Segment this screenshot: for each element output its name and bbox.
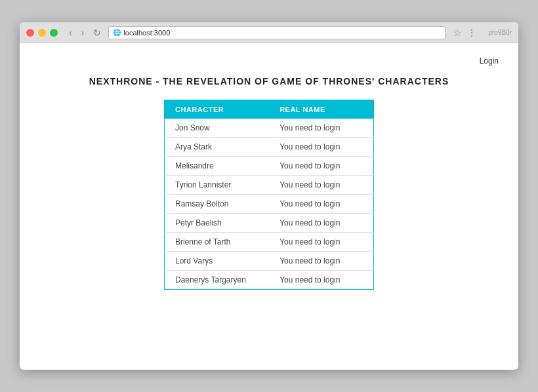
url-icon: 🌐	[113, 29, 121, 36]
cell-real-name: You need to login	[269, 233, 373, 252]
browser-window: ‹ › ↻ 🌐 localhost:3000 ☆ ⋮ pro9B0r Login…	[20, 22, 518, 370]
table-row: Daenerys TargaryenYou need to login	[165, 271, 374, 290]
cell-real-name: You need to login	[269, 252, 373, 271]
characters-table: CHARACTER REAL NAME Jon SnowYou need to …	[164, 100, 374, 290]
url-bar[interactable]: 🌐 localhost:3000	[108, 26, 445, 39]
column-header-character: CHARACTER	[165, 100, 270, 119]
menu-icon[interactable]: ⋮	[467, 28, 476, 38]
login-area: Login	[39, 56, 499, 66]
table-row: Tyrion LannisterYou need to login	[165, 176, 374, 195]
table-header-row: CHARACTER REAL NAME	[165, 100, 374, 119]
bookmark-icon[interactable]: ☆	[453, 28, 462, 38]
table-row: Ramsay BoltonYou need to login	[165, 195, 374, 214]
cell-character: Melisandre	[165, 157, 270, 176]
cell-real-name: You need to login	[269, 195, 373, 214]
table-row: Jon SnowYou need to login	[165, 119, 374, 138]
cell-character: Petyr Baelish	[165, 214, 270, 233]
cell-real-name: You need to login	[269, 176, 373, 195]
cell-character: Lord Varys	[165, 252, 270, 271]
cell-character: Jon Snow	[165, 119, 270, 138]
cell-real-name: You need to login	[269, 271, 373, 290]
table-row: Brienne of TarthYou need to login	[165, 233, 374, 252]
forward-button[interactable]: ›	[79, 26, 87, 39]
cell-character: Brienne of Tarth	[165, 233, 270, 252]
url-text: localhost:3000	[123, 29, 170, 37]
cell-character: Daenerys Targaryen	[165, 271, 270, 290]
cell-character: Tyrion Lannister	[165, 176, 270, 195]
cell-real-name: You need to login	[269, 138, 373, 157]
cell-character: Arya Stark	[165, 138, 270, 157]
table-row: Petyr BaelishYou need to login	[165, 214, 374, 233]
close-button[interactable]	[26, 29, 34, 37]
table-row: Lord VarysYou need to login	[165, 252, 374, 271]
maximize-button[interactable]	[50, 29, 58, 37]
browser-content: Login NEXTHRONE - THE REVELATION OF GAME…	[20, 43, 518, 370]
browser-title-right: pro9B0r	[488, 29, 512, 36]
minimize-button[interactable]	[38, 29, 46, 37]
cell-real-name: You need to login	[269, 157, 373, 176]
table-row: Arya StarkYou need to login	[165, 138, 374, 157]
cell-real-name: You need to login	[269, 214, 373, 233]
table-row: MelisandreYou need to login	[165, 157, 374, 176]
login-link[interactable]: Login	[480, 56, 499, 66]
title-bar: ‹ › ↻ 🌐 localhost:3000 ☆ ⋮ pro9B0r	[20, 22, 518, 43]
url-bar-container: ‹ › ↻ 🌐 localhost:3000 ☆ ⋮	[67, 26, 476, 39]
cell-real-name: You need to login	[269, 119, 373, 138]
column-header-real-name: REAL NAME	[269, 100, 373, 119]
back-button[interactable]: ‹	[67, 26, 74, 39]
page-title: NEXTHRONE - THE REVELATION OF GAME OF TH…	[39, 76, 499, 87]
reload-button[interactable]: ↻	[91, 26, 103, 39]
cell-character: Ramsay Bolton	[165, 195, 270, 214]
